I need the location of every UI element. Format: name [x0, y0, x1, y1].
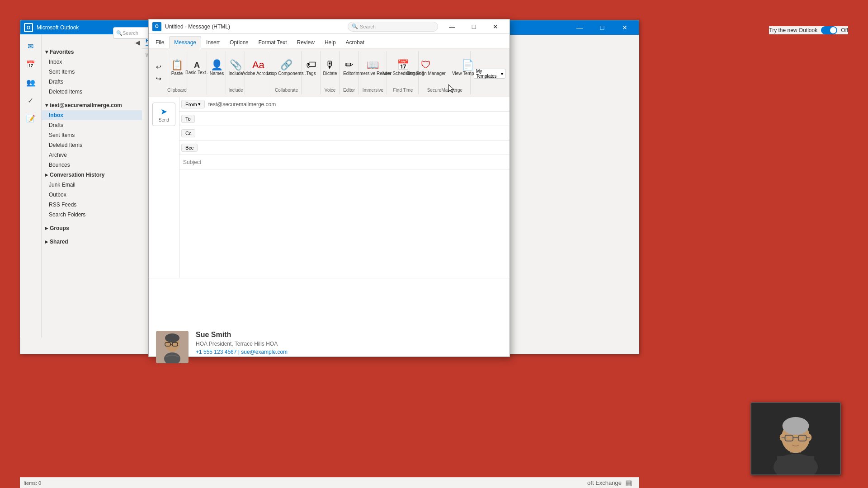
- cc-input[interactable]: [197, 127, 509, 139]
- nav-icon-calendar[interactable]: 📅: [23, 56, 39, 72]
- compose-body-editor[interactable]: [149, 278, 509, 324]
- groups-section[interactable]: ▸ Groups: [42, 223, 142, 233]
- immersive-group-label: Immersive: [363, 88, 383, 93]
- try-new-outlook: Try the new Outlook Off: [769, 26, 848, 34]
- sidebar-collapse-btn[interactable]: ◀: [135, 39, 140, 46]
- sidebar-item-outbox[interactable]: Outbox: [42, 190, 142, 200]
- cc-row: Cc: [179, 126, 509, 141]
- dictate-label: Dictate: [323, 71, 337, 76]
- send-btn[interactable]: ➤ Send: [152, 103, 175, 126]
- sidebar-item-deleted[interactable]: Deleted Items: [42, 140, 142, 150]
- svg-point-14: [807, 434, 812, 441]
- tags-icon: 🏷: [306, 60, 316, 70]
- from-address: test@securemailmerge.com: [207, 99, 509, 110]
- sidebar-item-rss[interactable]: RSS Feeds: [42, 200, 142, 210]
- loop-icon: 🔗: [280, 60, 292, 70]
- voice-group: 🎙 Dictate Voice: [321, 51, 340, 94]
- try-new-toggle[interactable]: [821, 26, 837, 34]
- basic-text-group: A Basic Text .: [187, 51, 207, 94]
- basic-text-btn[interactable]: A Basic Text .: [183, 53, 211, 84]
- collaborate-group: 🔗 Loop Components . Collaborate: [272, 51, 302, 94]
- clipboard-label: Clipboard: [167, 88, 187, 93]
- my-templates-label: My Templates: [476, 69, 501, 79]
- sig-phone[interactable]: +1 555 123 4567: [196, 349, 236, 355]
- account-section[interactable]: ▾ test@securemailmerge.com: [42, 100, 142, 110]
- nav-icon-notes[interactable]: 📝: [23, 110, 39, 127]
- dictate-btn[interactable]: 🎙 Dictate: [321, 53, 340, 84]
- ribbon-tab-message[interactable]: Message: [169, 36, 201, 48]
- ribbon-tab-help[interactable]: Help: [320, 36, 341, 48]
- ribbon-tab-file[interactable]: File: [151, 36, 169, 48]
- bcc-input[interactable]: [199, 142, 509, 154]
- sidebar-item-sent-fav[interactable]: Sent Items: [42, 67, 142, 77]
- sig-email[interactable]: sue@example.com: [241, 349, 288, 355]
- send-icon: ➤: [160, 107, 167, 117]
- sidebar-item-inbox-fav[interactable]: Inbox: [42, 57, 142, 67]
- tags-label: Tags: [307, 71, 316, 76]
- names-btn[interactable]: 👤 Names: [208, 53, 226, 84]
- sidebar-item-drafts[interactable]: Drafts: [42, 120, 142, 130]
- avatar-svg: [156, 331, 189, 363]
- ribbon-tab-review[interactable]: Review: [292, 36, 320, 48]
- to-input[interactable]: [197, 113, 509, 125]
- sidebar-item-junk[interactable]: Junk Email: [42, 180, 142, 190]
- compose-ribbon-content: ↩ ↪ 📋 Paste Clipboard A Basic Text . 👤 N…: [149, 48, 509, 97]
- redo-btn[interactable]: ↪: [152, 73, 165, 84]
- undo-btn[interactable]: ↩: [152, 61, 165, 72]
- signature-avatar: [156, 331, 189, 363]
- compose-close-btn[interactable]: ✕: [485, 19, 506, 34]
- compose-minimize-btn[interactable]: —: [442, 19, 462, 34]
- compose-form-area: ➤ Send From ▾ test@securemailmerge.com T…: [149, 97, 509, 278]
- compose-maximize-btn[interactable]: □: [463, 19, 484, 34]
- outlook-minimize-btn[interactable]: —: [569, 20, 590, 35]
- shared-section[interactable]: ▸ Shared: [42, 237, 142, 247]
- sidebar-item-search-folders[interactable]: Search Folders: [42, 210, 142, 220]
- bcc-btn[interactable]: Bcc: [181, 144, 198, 152]
- sidebar-item-drafts-fav[interactable]: Drafts: [42, 77, 142, 87]
- sidebar-item-bounces[interactable]: Bounces: [42, 160, 142, 170]
- status-view-icon[interactable]: ▦: [625, 479, 632, 487]
- to-row: To: [179, 112, 509, 126]
- subject-input[interactable]: [179, 156, 509, 168]
- cc-btn[interactable]: Cc: [181, 129, 195, 137]
- from-btn[interactable]: From ▾: [181, 100, 205, 108]
- signature-info: Sue Smith HOA President, Terrace Hills H…: [196, 331, 288, 363]
- sidebar-item-deleted-fav[interactable]: Deleted Items: [42, 87, 142, 97]
- favorites-section[interactable]: ▾ Favorites: [42, 47, 142, 57]
- outlook-maximize-btn[interactable]: □: [592, 20, 613, 35]
- webcam-overlay: [750, 402, 841, 475]
- ribbon-tab-format-text[interactable]: Format Text: [253, 36, 292, 48]
- send-area: ➤ Send: [149, 97, 179, 278]
- nav-icon-tasks[interactable]: ✓: [23, 92, 39, 108]
- sidebar-nav-icons: ✉ 📅 👥 ✓ 📝: [20, 34, 42, 338]
- my-templates-dropdown[interactable]: My Templates ▾: [474, 69, 505, 79]
- compose-body-area: Sue Smith HOA President, Terrace Hills H…: [149, 278, 509, 413]
- immersive-icon: 📖: [367, 60, 379, 70]
- sidebar-item-sent[interactable]: Sent Items: [42, 130, 142, 140]
- campaign-manager-btn[interactable]: 🛡 Campaign Manager: [404, 53, 448, 84]
- sidebar-content: ◀ ▾ Favorites Inbox Sent Items Drafts De…: [42, 34, 142, 338]
- svg-rect-9: [777, 456, 814, 475]
- ribbon-tab-insert[interactable]: Insert: [201, 36, 225, 48]
- nav-icon-contacts[interactable]: 👥: [23, 74, 39, 90]
- loop-label: Loop Components .: [267, 71, 306, 76]
- status-exchange: oft Exchange: [587, 479, 622, 486]
- campaign-icon: 🛡: [421, 60, 431, 70]
- ribbon-tab-options[interactable]: Options: [225, 36, 253, 48]
- names-group: 👤 Names: [208, 51, 226, 94]
- subject-row: [179, 155, 509, 169]
- ribbon-tab-acrobat[interactable]: Acrobat: [341, 36, 369, 48]
- sidebar-item-archive[interactable]: Archive: [42, 150, 142, 160]
- find-time-label: Find Time: [393, 88, 413, 93]
- sidebar-item-inbox[interactable]: Inbox: [42, 110, 142, 120]
- outlook-close-btn[interactable]: ✕: [614, 20, 635, 35]
- compose-fields: From ▾ test@securemailmerge.com To Cc: [179, 97, 509, 278]
- conversation-history-item[interactable]: ▸ Conversation History: [42, 170, 142, 180]
- nav-icon-mail[interactable]: ✉: [23, 38, 39, 54]
- tags-btn[interactable]: 🏷 Tags: [302, 53, 320, 84]
- status-items: Items: 0: [24, 480, 41, 486]
- to-btn[interactable]: To: [181, 115, 195, 123]
- toggle-on-label: Off: [841, 27, 848, 33]
- compose-search[interactable]: 🔍 Search: [348, 22, 438, 32]
- sig-title: HOA President, Terrace Hills HOA: [196, 341, 288, 347]
